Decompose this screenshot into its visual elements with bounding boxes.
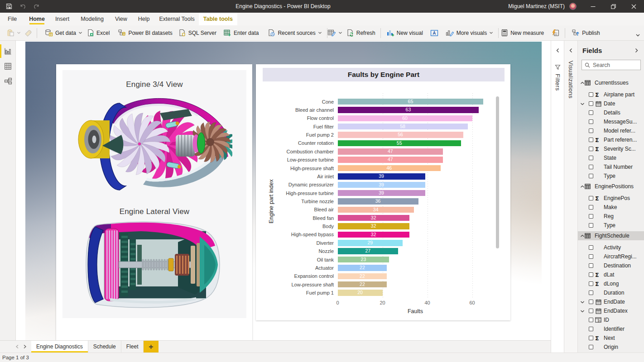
field-row[interactable]: Duration bbox=[578, 288, 644, 297]
model-view-button[interactable] bbox=[0, 74, 16, 88]
field-row[interactable]: fxID bbox=[578, 315, 644, 324]
menu-home[interactable]: Home bbox=[23, 13, 51, 25]
field-checkbox[interactable] bbox=[589, 212, 593, 221]
expand-field-chevron[interactable] bbox=[580, 99, 585, 108]
field-checkbox[interactable] bbox=[589, 343, 593, 352]
field-row[interactable]: Destination bbox=[578, 261, 644, 270]
new-page-button[interactable] bbox=[144, 341, 159, 352]
minimize-button[interactable] bbox=[583, 0, 603, 13]
field-row[interactable]: Type bbox=[578, 221, 644, 230]
expand-visualizations-button[interactable] bbox=[564, 48, 577, 53]
field-checkbox[interactable] bbox=[589, 126, 593, 135]
field-row[interactable]: Origin bbox=[578, 343, 644, 352]
menu-table-tools[interactable]: Table tools bbox=[199, 13, 237, 25]
field-checkbox[interactable] bbox=[589, 153, 593, 162]
field-row[interactable]: State bbox=[578, 153, 644, 162]
publish-button[interactable]: Publish bbox=[568, 25, 603, 40]
refresh-button[interactable]: Refresh bbox=[343, 25, 379, 40]
fields-table-FightSchedule[interactable]: FightSchedule bbox=[578, 231, 644, 240]
faults-bar-chart-visual[interactable]: Faults by Engine Part Cone65Bleed air ch… bbox=[256, 64, 510, 320]
page-tab-fleet[interactable]: Fleet bbox=[121, 341, 144, 352]
field-checkbox[interactable] bbox=[589, 221, 593, 230]
field-row[interactable]: ΣAirplane part bbox=[578, 90, 644, 99]
text-box-button[interactable] bbox=[427, 25, 442, 40]
next-page-arrow[interactable] bbox=[23, 344, 27, 349]
field-row[interactable]: Tail Number bbox=[578, 162, 644, 171]
field-row[interactable]: Date bbox=[578, 99, 644, 108]
field-checkbox[interactable] bbox=[589, 243, 593, 252]
field-checkbox[interactable] bbox=[589, 306, 593, 315]
menu-modeling[interactable]: Modeling bbox=[75, 13, 110, 25]
report-view-button[interactable] bbox=[0, 44, 16, 58]
field-checkbox[interactable] bbox=[589, 279, 593, 288]
menu-insert[interactable]: Insert bbox=[49, 13, 75, 25]
power-bi-datasets-button[interactable]: Power BI datasets bbox=[115, 25, 175, 40]
field-row[interactable]: EndDate bbox=[578, 297, 644, 306]
quick-measure-button[interactable] bbox=[548, 25, 563, 40]
field-checkbox[interactable] bbox=[589, 252, 593, 261]
field-checkbox[interactable] bbox=[589, 194, 593, 203]
field-checkbox[interactable] bbox=[589, 162, 593, 171]
field-checkbox[interactable] bbox=[589, 90, 593, 99]
expand-filters-button[interactable] bbox=[551, 48, 564, 53]
more-visuals-button[interactable]: More visuals bbox=[442, 25, 496, 40]
sql-server-button[interactable]: SQL Server bbox=[175, 25, 220, 40]
transform-data-button[interactable] bbox=[325, 25, 345, 40]
new-measure-button[interactable]: New measure bbox=[498, 25, 547, 40]
collapse-ribbon-button[interactable] bbox=[635, 33, 640, 39]
collapse-fields-button[interactable] bbox=[634, 48, 639, 53]
field-row[interactable]: Reg bbox=[578, 212, 644, 221]
field-row[interactable]: ΣNext bbox=[578, 333, 644, 343]
field-row[interactable]: Details bbox=[578, 108, 644, 117]
field-checkbox[interactable] bbox=[589, 171, 593, 181]
paste-button[interactable] bbox=[5, 25, 23, 40]
expand-field-chevron[interactable] bbox=[580, 297, 585, 306]
user-avatar[interactable] bbox=[569, 3, 577, 10]
field-row[interactable]: MessageSu... bbox=[578, 117, 644, 126]
save-icon[interactable] bbox=[5, 3, 13, 10]
visualizations-pane-collapsed[interactable]: Visualizations bbox=[564, 41, 577, 352]
signed-in-user[interactable]: Miguel Martinez (MSIT) bbox=[508, 3, 565, 10]
field-row[interactable]: Make bbox=[578, 203, 644, 212]
page-tab-engine-diagnostics[interactable]: Engine Diagnostics bbox=[31, 341, 88, 352]
redo-icon[interactable] bbox=[33, 3, 40, 10]
recent-sources-button[interactable]: Recent sources bbox=[264, 25, 325, 40]
expand-field-chevron[interactable] bbox=[580, 306, 585, 315]
undo-icon[interactable] bbox=[19, 3, 26, 10]
collapse-table-chevron[interactable] bbox=[580, 78, 585, 87]
field-row[interactable]: EndDatex bbox=[578, 306, 644, 315]
field-checkbox[interactable] bbox=[589, 333, 593, 343]
field-checkbox[interactable] bbox=[589, 261, 593, 270]
collapse-table-chevron[interactable] bbox=[580, 231, 585, 240]
field-row[interactable]: ΣEnginePos bbox=[578, 194, 644, 203]
chart-scrollbar[interactable] bbox=[496, 96, 499, 248]
close-button[interactable] bbox=[624, 0, 644, 13]
field-row[interactable]: Activity bbox=[578, 243, 644, 252]
report-canvas[interactable]: Engine 3/4 View Engine Lateral View Faul… bbox=[16, 41, 551, 352]
menu-file[interactable]: File bbox=[2, 13, 23, 25]
fields-search-input[interactable]: Search bbox=[582, 60, 641, 70]
field-checkbox[interactable] bbox=[589, 315, 593, 324]
field-row[interactable]: Model refer... bbox=[578, 126, 644, 135]
page-tab-schedule[interactable]: Schedule bbox=[88, 341, 121, 352]
restore-button[interactable] bbox=[603, 0, 624, 13]
collapse-table-chevron[interactable] bbox=[580, 182, 585, 191]
field-row[interactable]: ΣdLong bbox=[578, 279, 644, 288]
field-row[interactable]: AircraftRegi... bbox=[578, 252, 644, 261]
filters-pane-collapsed[interactable]: Filters bbox=[551, 41, 564, 352]
field-checkbox[interactable] bbox=[589, 117, 593, 126]
field-checkbox[interactable] bbox=[589, 270, 593, 279]
field-checkbox[interactable] bbox=[589, 144, 593, 153]
field-checkbox[interactable] bbox=[589, 297, 593, 306]
field-row[interactable]: Identifier bbox=[578, 324, 644, 333]
data-view-button[interactable] bbox=[0, 59, 16, 73]
field-checkbox[interactable] bbox=[589, 324, 593, 333]
get-data-button[interactable]: Get data bbox=[42, 25, 86, 40]
format-painter-button[interactable] bbox=[22, 25, 35, 40]
excel-button[interactable]: Excel bbox=[84, 25, 113, 40]
fields-table-CurrentIssues[interactable]: CurrentIssues bbox=[578, 78, 644, 87]
menu-help[interactable]: Help bbox=[132, 13, 156, 25]
new-visual-button[interactable]: New visual bbox=[383, 25, 426, 40]
field-checkbox[interactable] bbox=[589, 203, 593, 212]
fields-table-EnginePositions[interactable]: EnginePositions bbox=[578, 182, 644, 191]
